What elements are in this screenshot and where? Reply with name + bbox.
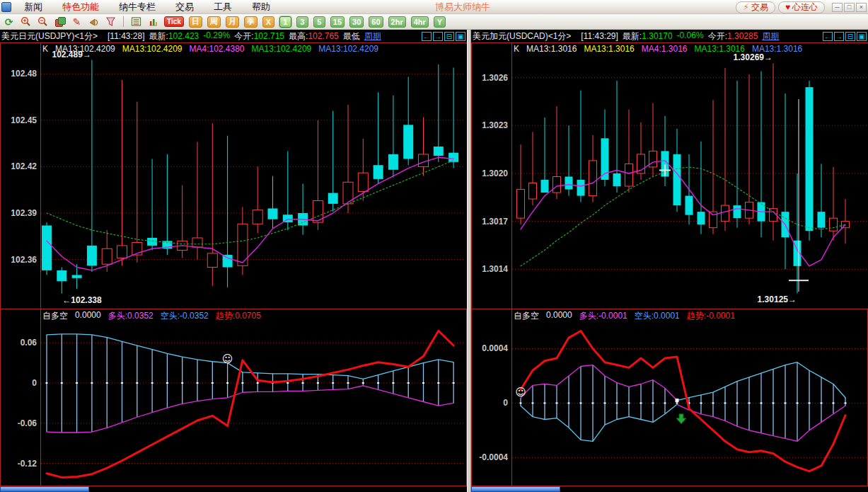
svg-text:1.3014: 1.3014 <box>482 264 508 274</box>
toolbar: ⟳ ✎ Tick 日周月季X 1351530602hr4hrY <box>0 14 868 30</box>
quote-time: [11:43:29] <box>581 31 618 41</box>
period-button-5[interactable]: 5 <box>313 16 325 28</box>
next-page-icon[interactable]: → <box>433 32 443 41</box>
heart-to-heart-button[interactable]: ♥ 心连心 <box>778 1 825 13</box>
menu-item-新闻[interactable]: 新闻 <box>14 0 52 14</box>
svg-text:1.3026: 1.3026 <box>482 73 508 83</box>
svg-text:1.3020: 1.3020 <box>482 168 508 178</box>
close-button[interactable]: × <box>856 3 867 12</box>
period-button-2hr[interactable]: 2hr <box>388 16 406 28</box>
period-buttons-calendar: 日周月季X <box>189 16 274 28</box>
overlay-icon[interactable] <box>54 16 66 28</box>
svg-text:-0.06: -0.06 <box>18 418 37 428</box>
heart-icon: ♥ <box>785 2 790 12</box>
period-link[interactable]: 周期 <box>364 30 381 42</box>
period-button-周[interactable]: 周 <box>207 16 221 28</box>
menu-item-帮助[interactable]: 帮助 <box>242 0 280 14</box>
quote-field: 最高:102.765 <box>289 30 339 42</box>
main-chart-usdcad[interactable]: KMA13:1.3016MA13:1.3016MA4:1.3016MA13:1.… <box>471 42 868 309</box>
maximize-button[interactable]: □ <box>844 3 855 12</box>
prev-page-icon[interactable]: ← <box>422 32 432 41</box>
chart-header-usdcad: 美元加元(USDCAD)<1分> [11:43:29] 最新:1.30170-0… <box>471 30 868 42</box>
heart-button-label: 心连心 <box>792 1 818 13</box>
trade-button-label: 交易 <box>751 1 768 13</box>
sub-chart-usdjpy[interactable]: 自多空0.0000多头:0.0352空头:-0.0352趋势:0.0705 0.… <box>0 309 467 486</box>
menu-item-交易[interactable]: 交易 <box>166 0 204 14</box>
split-view-icon[interactable]: ⊟ <box>444 32 454 41</box>
app-title: 博易大师纳牛 <box>435 1 490 13</box>
maximize-view-icon[interactable]: ▣ <box>857 32 867 41</box>
period-button-3[interactable]: 3 <box>296 16 308 28</box>
refresh-icon[interactable]: ⟳ <box>3 16 15 28</box>
svg-text:0.0004: 0.0004 <box>482 343 508 353</box>
quote-fields: 最新:102.423-0.29%今开:102.715最高:102.765最低 <box>149 30 364 42</box>
svg-text:0: 0 <box>32 378 37 388</box>
panel-usdjpy: 美元日元(USDJPY)<1分> [11:43:28] 最新:102.423-0… <box>0 30 467 492</box>
period-link[interactable]: 周期 <box>762 30 779 42</box>
quote-table-icon[interactable] <box>130 16 142 28</box>
titlebar-right: ⚡ 交易 ♥ 心连心 ─ □ × <box>736 0 867 14</box>
chart-nav-icons: ←→⊟▣ <box>422 32 467 41</box>
prev-page-icon[interactable]: ← <box>823 32 833 41</box>
menu-item-纳牛专栏[interactable]: 纳牛专栏 <box>109 0 166 14</box>
maximize-view-icon[interactable]: ▣ <box>456 32 465 41</box>
svg-text:1.3017: 1.3017 <box>482 217 508 227</box>
hscrollbar-usdcad[interactable] <box>471 486 868 492</box>
symbol-name: 美元加元(USDCAD)<1分> <box>473 30 571 42</box>
menu-item-工具[interactable]: 工具 <box>204 0 242 14</box>
hscrollbar-usdjpy[interactable] <box>0 486 467 492</box>
period-button-4hr[interactable]: 4hr <box>411 16 429 28</box>
quote-field: 最新:102.423 <box>149 30 199 42</box>
svg-text:1.30125→: 1.30125→ <box>758 294 797 304</box>
lightning-icon: ⚡ <box>743 2 748 12</box>
period-button-60[interactable]: 60 <box>369 16 383 28</box>
svg-text:102.39: 102.39 <box>11 208 37 218</box>
period-button-15[interactable]: 15 <box>330 16 345 28</box>
hscroll-thumb[interactable] <box>0 486 89 492</box>
sub-chart-usdcad[interactable]: 自多空0.0000多头:-0.0001空头:0.0001趋势:-0.0001 0… <box>471 309 868 486</box>
period-button-日[interactable]: 日 <box>189 16 202 28</box>
period-button-30[interactable]: 30 <box>349 16 364 28</box>
titlebar: 新闻特色功能纳牛专栏交易工具帮助 博易大师纳牛 ⚡ 交易 ♥ 心连心 ─ □ × <box>0 0 868 14</box>
period-button-月[interactable]: 月 <box>226 16 239 28</box>
menu-item-特色功能[interactable]: 特色功能 <box>52 0 109 14</box>
next-page-icon[interactable]: → <box>834 32 844 41</box>
quote-time: [11:43:28] <box>108 31 145 41</box>
indicator-bars <box>520 362 847 442</box>
candles <box>42 60 458 294</box>
smiley-marker: ☺ <box>515 386 526 399</box>
toolbar-separator <box>123 16 124 27</box>
period-button-X[interactable]: X <box>262 16 274 28</box>
horn-icon[interactable] <box>88 16 100 28</box>
window-controls: ─ □ × <box>832 3 867 12</box>
svg-text:102.45: 102.45 <box>11 115 37 125</box>
split-view-icon[interactable]: ⊟ <box>845 32 855 41</box>
quote-field: -0.06% <box>677 30 704 42</box>
trade-button[interactable]: ⚡ 交易 <box>736 1 775 13</box>
indicator-bars <box>46 334 455 433</box>
period-button-季[interactable]: 季 <box>244 16 257 28</box>
tick-period-button[interactable]: Tick <box>164 16 184 27</box>
app-icon[interactable] <box>1 2 11 12</box>
main-chart-usdjpy[interactable]: KMA13:102.4209MA13:102.4209MA4:102.4380M… <box>0 42 467 309</box>
svg-text:1.3023: 1.3023 <box>482 120 508 130</box>
zoom-out-icon[interactable] <box>37 16 49 28</box>
candles <box>517 63 850 293</box>
minimize-button[interactable]: ─ <box>832 3 843 12</box>
svg-text:102.48: 102.48 <box>11 69 37 79</box>
bar-chart-icon[interactable] <box>147 16 159 28</box>
quote-field: 最新:1.30170 <box>623 30 673 42</box>
zoom-in-icon[interactable] <box>20 16 32 28</box>
hscroll-thumb[interactable] <box>471 486 560 492</box>
chart-nav-icons: ←→⊟▣ <box>823 32 868 41</box>
quote-field: 今开:102.715 <box>234 30 284 42</box>
quote-field: -0.29% <box>203 30 230 42</box>
period-button-1[interactable]: 1 <box>279 16 291 28</box>
menubar: 新闻特色功能纳牛专栏交易工具帮助 <box>14 0 280 13</box>
svg-text:0.06: 0.06 <box>21 338 37 348</box>
period-button-Y[interactable]: Y <box>434 16 446 28</box>
svg-text:102.489→: 102.489→ <box>52 50 91 59</box>
svg-text:1.30269→: 1.30269→ <box>734 52 772 62</box>
draw-icon[interactable]: ✎ <box>71 16 83 28</box>
filter-icon[interactable] <box>105 16 117 28</box>
